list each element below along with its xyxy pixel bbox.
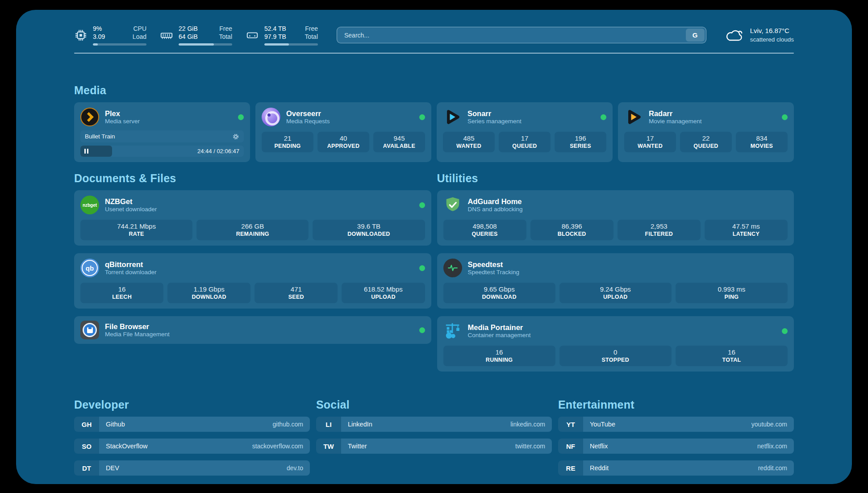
status-badge [782,114,788,120]
bookmark-linkedin[interactable]: LI LinkedIn linkedin.com [316,417,552,432]
gear-icon[interactable] [232,133,239,140]
app-name: qBittorrent [105,260,157,269]
app-card-filebrowser[interactable]: File Browser Media File Management [74,316,431,344]
weather-condition: scattered clouds [750,36,794,44]
stat-label: SEED [288,294,304,301]
portainer-icon [443,322,462,340]
search-bar: G [337,27,706,43]
bookmark-name: Twitter [348,443,367,450]
stat-tile: 485 WANTED [443,132,495,152]
app-card-qbittorrent[interactable]: qb qBittorrent Torrent downloader 16 LEE… [74,253,431,309]
bookmark-name: YouTube [590,421,615,428]
stat-label: DOWNLOAD [482,294,516,301]
bookmark-abbr: TW [316,439,341,454]
app-subtitle: Series management [467,118,522,125]
bookmark-name: LinkedIn [348,421,372,428]
stat-tile: 471 SEED [255,283,338,303]
stat-value: 0.993 ms [718,286,746,293]
app-subtitle: Usenet downloader [105,206,157,213]
ram-free-value: 22 GiB [179,25,198,33]
system-stats: 9% 3.09 CPU Load [74,25,318,46]
bookmark-stackoverflow[interactable]: SO StackOverflow stackoverflow.com [74,439,310,454]
sonarr-icon [443,108,462,126]
app-name: Overseerr [286,109,330,118]
cpu-load-value: 3.09 [93,33,105,41]
disk-free-value: 52.4 TB [264,25,286,33]
stat-label: QUERIES [472,231,497,238]
nzbget-icon: nzbget [80,196,99,214]
app-card-adguard[interactable]: AdGuard Home DNS and adblocking 498,508 … [437,190,794,246]
stat-label: TOTAL [722,357,741,363]
app-subtitle: Media Requests [286,118,330,125]
bookmark-abbr: DT [74,460,99,476]
bookmark-url: twitter.com [515,443,545,450]
stat-value: 945 [393,135,405,142]
app-card-overseerr[interactable]: Overseerr Media Requests 21 PENDING 40 A… [255,102,431,162]
filebrowser-icon [80,321,99,339]
disk-free-label: Free [305,25,318,33]
bookmark-youtube[interactable]: YT YouTube youtube.com [558,417,794,432]
pause-icon[interactable] [84,146,88,157]
stat-label: RUNNING [486,357,513,363]
ram-total-value: 64 GiB [179,33,198,41]
app-name: Plex [105,109,140,118]
app-card-sonarr[interactable]: Sonarr Series management 485 WANTED 17 Q… [437,102,613,162]
stat-label: QUEUED [512,143,537,150]
app-card-speedtest[interactable]: Speedtest Speedtest Tracking 9.65 Gbps D… [437,253,794,309]
weather-widget[interactable]: Lviv, 16.87°C scattered clouds [725,26,794,43]
stat-tile: 744.21 Mbps RATE [80,220,192,240]
playback-progress-bar[interactable]: 24:44 / 02:06:47 [80,146,244,157]
app-card-portainer[interactable]: Media Portainer Container management 16 … [437,316,794,372]
stat-value: 16 [496,349,503,356]
ram-total-label: Total [219,33,232,41]
disk-icon [246,29,259,42]
bookmark-url: reddit.com [758,464,787,472]
stat-tile: 618.52 Mbps UPLOAD [342,283,425,303]
bookmark-name: Github [106,421,125,428]
app-card-plex[interactable]: Plex Media server Bullet Train 24:44 / 0 [74,102,250,162]
stat-value: 47.57 ms [732,223,760,230]
disk-stat: 52.4 TB 97.9 TB Free Total [246,25,318,46]
stat-value: 16 [118,286,126,293]
overseerr-icon [262,108,280,126]
cpu-stat: 9% 3.09 CPU Load [74,25,146,46]
bookmark-twitter[interactable]: TW Twitter twitter.com [316,439,552,454]
search-engine-button[interactable]: G [686,29,705,42]
app-name: File Browser [105,322,170,331]
stat-tile: 17 WANTED [624,132,676,152]
stat-value: 498,508 [472,223,497,230]
cpu-progress-bar [93,43,146,46]
bookmark-netflix[interactable]: NF Netflix netflix.com [558,439,794,454]
bookmark-github[interactable]: GH Github github.com [74,417,310,432]
stat-label: PING [725,294,739,301]
bookmark-url: github.com [273,421,303,428]
dashboard-surface: 9% 3.09 CPU Load [16,10,852,484]
stat-tile: 0 STOPPED [559,346,672,366]
stat-label: UPLOAD [371,294,396,301]
bookmark-reddit[interactable]: RE Reddit reddit.com [558,460,794,476]
section-title-developer: Developer [74,398,310,411]
app-card-radarr[interactable]: Radarr Movie management 17 WANTED 22 QUE… [618,102,794,162]
stat-value: 485 [463,135,474,142]
search-input[interactable] [337,27,706,43]
bookmark-abbr: SO [74,439,99,454]
stat-tile: 9.24 Gbps UPLOAD [559,283,672,303]
stat-label: UPLOAD [603,294,628,301]
speedtest-icon [443,259,462,277]
app-card-nzbget[interactable]: nzbget NZBGet Usenet downloader 744.21 M… [74,190,431,246]
app-name: Sonarr [467,109,522,118]
stat-value: 744.21 Mbps [117,223,156,230]
bookmark-url: youtube.com [751,421,787,428]
stat-tile: 0.993 ms PING [676,283,788,303]
stat-tile: 498,508 QUERIES [443,220,526,240]
stat-label: WANTED [638,143,663,150]
cpu-usage-label: CPU [133,25,146,33]
disk-total-label: Total [305,33,318,41]
stat-value: 9.65 Gbps [484,286,514,293]
section-utilities: Utilities AdGuard Home DNS and a [437,172,794,372]
bookmark-dev[interactable]: DT DEV dev.to [74,460,310,476]
app-subtitle: Movie management [649,118,702,125]
stat-label: STOPPED [601,357,629,363]
app-subtitle: Media File Management [105,331,170,338]
stat-label: RATE [129,231,144,238]
